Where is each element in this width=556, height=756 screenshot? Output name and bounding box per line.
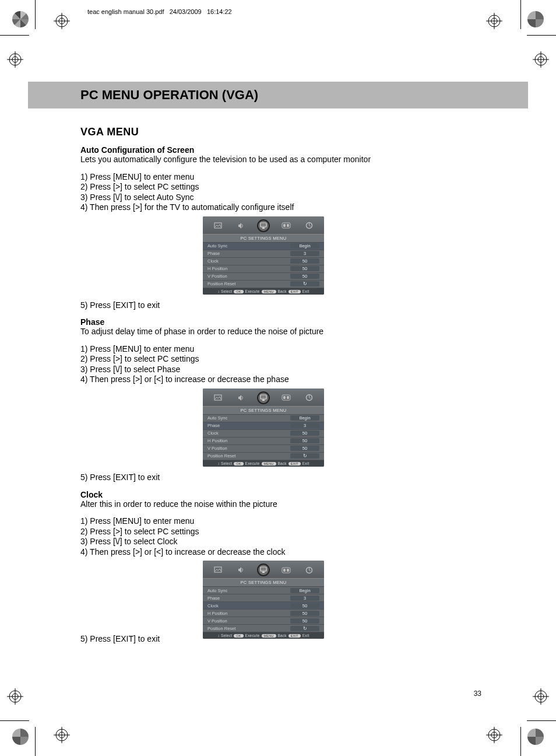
osd-row: Auto SyncBegin — [203, 243, 324, 250]
step-exit: 5) Press [EXIT] to exit — [80, 473, 471, 483]
picture-tab-icon — [212, 391, 224, 404]
step-item: 1) Press [MENU] to enter menu — [80, 172, 471, 183]
svg-rect-48 — [287, 396, 289, 399]
color-calibration-icon — [12, 10, 29, 28]
osd-row: Clock50 — [203, 258, 324, 265]
osd-row: Position Reset↻ — [203, 453, 324, 460]
registration-mark-icon — [7, 688, 23, 705]
refresh-icon: ↻ — [303, 453, 307, 459]
pc-tab-icon — [257, 564, 270, 576]
step-item: 3) Press [\/] to select Auto Sync — [80, 192, 471, 203]
registration-mark-icon — [533, 51, 549, 68]
osd-row-label: Phase — [207, 251, 220, 256]
osd-row-value: ↻ — [290, 281, 319, 286]
osd-row-label: Phase — [207, 596, 220, 601]
osd-footer: ↕ Select OK Execute MENU Back EXIT Exit — [203, 460, 324, 467]
osd-footer: ↕ Select OK Execute MENU Back EXIT Exit — [203, 288, 324, 295]
svg-rect-44 — [261, 395, 266, 399]
osd-screenshot: PC SETTINGS MENUAuto SyncBeginPhase3Cloc… — [203, 561, 324, 639]
refresh-icon: ↻ — [303, 626, 307, 631]
osd-screenshot: PC SETTINGS MENUAuto SyncBeginPhase3Cloc… — [203, 388, 324, 467]
step-item: 1) Press [MENU] to enter menu — [80, 344, 471, 355]
step-item: 4) Then press [>] or [<] to increase or … — [80, 547, 471, 558]
osd-row-label: Clock — [207, 258, 219, 264]
picture-tab-icon — [212, 564, 224, 576]
osd-row-value: 3 — [290, 596, 319, 601]
settings-tab-icon — [302, 391, 315, 404]
svg-rect-51 — [261, 567, 266, 571]
osd-row-value: Begin — [290, 243, 319, 249]
osd-row: Phase3 — [203, 422, 324, 430]
step-item: 3) Press [\/] to select Clock — [80, 537, 471, 547]
osd-row: V Position50 — [203, 445, 324, 453]
osd-row-label: Auto Sync — [207, 243, 227, 249]
osd-row-value: 3 — [290, 251, 319, 256]
osd-row-value: 50 — [290, 430, 319, 436]
pdf-filename: teac english manual 30.pdf — [87, 8, 164, 15]
step-item: 4) Then press [>] for the TV to automati… — [80, 202, 471, 213]
registration-mark-icon — [54, 727, 70, 743]
osd-row-value: Begin — [290, 415, 319, 421]
cc-tab-icon — [280, 219, 293, 232]
osd-row-label: Auto Sync — [207, 415, 227, 421]
osd-menu-title: PC SETTINGS MENU — [203, 578, 324, 587]
subsection-description: Alter this in order to reduce the noise … — [80, 499, 471, 510]
subsection-description: To adjust delay time of phase in order t… — [80, 327, 471, 337]
osd-row-value: ↻ — [290, 453, 319, 459]
sound-tab-icon — [234, 219, 247, 232]
pdf-header-info: teac english manual 30.pdf 24/03/2009 16… — [87, 8, 232, 15]
subsection-description: Lets you automatically configure the tel… — [80, 155, 471, 165]
osd-row-value: 3 — [290, 423, 319, 428]
cc-tab-icon — [280, 391, 293, 404]
osd-row: V Position50 — [203, 273, 324, 281]
osd-row-value: 50 — [290, 438, 319, 443]
step-item: 1) Press [MENU] to enter menu — [80, 516, 471, 527]
osd-row-value: 50 — [290, 603, 319, 608]
osd-row: Position Reset↻ — [203, 281, 324, 288]
svg-rect-38 — [262, 228, 265, 229]
osd-row-label: Clock — [207, 603, 219, 608]
step-item: 4) Then press [>] or [<] to increase or … — [80, 374, 471, 385]
osd-row-label: Position Reset — [207, 626, 235, 631]
svg-rect-45 — [262, 400, 265, 401]
pc-tab-icon — [257, 219, 270, 232]
osd-row-label: V Position — [207, 446, 227, 451]
step-item: 2) Press [>] to select PC settings — [80, 182, 471, 192]
settings-tab-icon — [302, 564, 315, 576]
osd-row-label: Phase — [207, 423, 220, 428]
osd-row: Auto SyncBegin — [203, 587, 324, 594]
step-list: 1) Press [MENU] to enter menu 2) Press [… — [80, 344, 471, 385]
step-item: 3) Press [\/] to select Phase — [80, 365, 471, 375]
page-title: PC MENU OPERATION (VGA) — [28, 82, 528, 108]
osd-menu-title: PC SETTINGS MENU — [203, 406, 324, 415]
osd-row-label: Auto Sync — [207, 588, 227, 593]
sound-tab-icon — [234, 391, 247, 404]
sound-tab-icon — [234, 564, 247, 576]
svg-rect-47 — [283, 396, 286, 399]
osd-row-value: 50 — [290, 611, 319, 616]
registration-mark-icon — [486, 727, 502, 743]
registration-mark-icon — [533, 688, 549, 705]
osd-row-label: Clock — [207, 430, 219, 436]
registration-mark-icon — [486, 13, 502, 29]
osd-row-value: 50 — [290, 258, 319, 264]
pc-tab-icon — [257, 391, 270, 404]
osd-row-label: H Position — [207, 266, 227, 271]
pdf-date: 24/03/2009 — [170, 8, 202, 15]
osd-row: H Position50 — [203, 265, 324, 273]
osd-row-value: 50 — [290, 618, 319, 624]
color-calibration-icon — [527, 728, 544, 746]
osd-row-value: ↻ — [290, 626, 319, 631]
osd-row-value: 50 — [290, 446, 319, 451]
osd-row: Position Reset↻ — [203, 625, 324, 632]
osd-row: V Position50 — [203, 617, 324, 625]
osd-row-label: V Position — [207, 618, 227, 624]
svg-rect-54 — [283, 569, 286, 572]
osd-row: H Position50 — [203, 438, 324, 445]
subsection-heading: Clock — [80, 490, 471, 499]
step-exit: 5) Press [EXIT] to exit — [80, 300, 471, 311]
osd-row-label: Position Reset — [207, 453, 235, 459]
osd-row-label: Position Reset — [207, 281, 235, 286]
svg-rect-40 — [283, 224, 286, 227]
osd-row: Phase3 — [203, 594, 324, 602]
